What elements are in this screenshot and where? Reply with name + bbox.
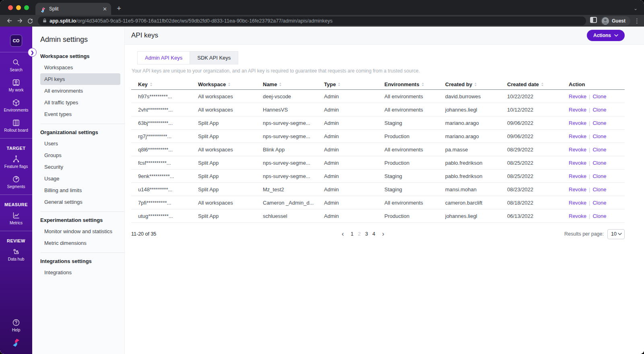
nav-section-header-experimentation-settings: Experimentation settings	[40, 217, 120, 223]
table-cell: Admin	[324, 133, 384, 139]
revoke-link[interactable]: Revoke	[569, 147, 586, 153]
nav-item-metric-dimensions[interactable]: Metric dimensions	[40, 237, 120, 249]
clone-link[interactable]: Clone	[592, 173, 606, 179]
table-row: u148*********...Split AppMz_test2AdminSt…	[131, 183, 625, 196]
page-number-1[interactable]: 1	[351, 231, 353, 237]
column-header-created-by[interactable]: Created by	[445, 81, 507, 87]
url-bar[interactable]: app.split.io/org/4d3405a0-9ca5-11e5-9706…	[38, 17, 586, 25]
revoke-link[interactable]: Revoke	[569, 133, 586, 139]
clone-link[interactable]: Clone	[592, 133, 606, 139]
revoke-link[interactable]: Revoke	[569, 173, 586, 179]
close-window-button[interactable]	[8, 5, 13, 10]
sidebar-item-feature-flags[interactable]: Feature flags	[0, 152, 32, 172]
nav-item-all-traffic-types[interactable]: All traffic types	[40, 97, 120, 108]
clone-link[interactable]: Clone	[592, 120, 606, 126]
page-number-4[interactable]: 4	[372, 231, 375, 237]
page-number-3[interactable]: 3	[365, 231, 368, 237]
column-header-created-date[interactable]: Created date	[507, 81, 569, 87]
clone-link[interactable]: Clone	[592, 107, 606, 113]
tab-sdk-api-keys[interactable]: SDK API Keys	[190, 51, 238, 64]
clone-link[interactable]: Clone	[592, 160, 606, 166]
nav-item-integrations[interactable]: Integrations	[40, 267, 120, 278]
sort-icon[interactable]	[474, 82, 477, 87]
zoom-window-button[interactable]	[24, 5, 29, 10]
browser-tab[interactable]: Split ✕	[35, 3, 111, 15]
table-cell: All workspaces	[198, 147, 263, 153]
nav-item-monitor-window-and-statistics[interactable]: Monitor window and statistics	[40, 226, 120, 237]
sort-icon[interactable]	[279, 82, 282, 87]
results-per-page-select[interactable]: 10	[607, 229, 625, 239]
workspace-badge[interactable]: CO	[10, 35, 22, 47]
nav-item-usage[interactable]: Usage	[40, 173, 120, 184]
clone-link[interactable]: Clone	[592, 93, 606, 99]
nav-item-groups[interactable]: Groups	[40, 149, 120, 161]
page-title: API keys	[131, 31, 158, 39]
clone-link[interactable]: Clone	[592, 213, 606, 219]
actions-button[interactable]: Actions	[587, 30, 625, 41]
clone-link[interactable]: Clone	[592, 147, 606, 153]
minimize-window-button[interactable]	[16, 5, 21, 10]
previous-page-button[interactable]: ‹	[340, 231, 345, 237]
pagination: 11-20 of 35 ‹ 1234 › Results per page: 1…	[131, 228, 625, 240]
nav-item-billing-and-limits[interactable]: Billing and limits	[40, 184, 120, 196]
table-cell: johannes.liegl	[445, 107, 507, 113]
reload-button[interactable]	[25, 18, 35, 24]
sidebar-item-environments[interactable]: Environments	[0, 95, 32, 116]
clone-link[interactable]: Clone	[592, 200, 606, 206]
new-tab-button[interactable]: +	[117, 4, 121, 13]
column-header-environments[interactable]: Environments	[384, 81, 445, 87]
revoke-link[interactable]: Revoke	[569, 93, 586, 99]
tab-close-icon[interactable]: ✕	[103, 6, 107, 12]
side-panel-icon[interactable]	[590, 17, 597, 25]
profile-button[interactable]: Guest	[601, 16, 630, 26]
sidebar-item-metrics[interactable]: Metrics	[0, 208, 32, 228]
column-header-workspace[interactable]: Workspace	[198, 81, 263, 87]
sort-icon[interactable]	[338, 82, 341, 87]
sidebar-item-segments[interactable]: Segments	[0, 172, 32, 192]
sidebar-item-help[interactable]: Help	[12, 315, 21, 335]
table-cell: Mz_test2	[263, 186, 324, 193]
action-separator: |	[589, 107, 590, 113]
sidebar-item-my-work[interactable]: My work	[0, 75, 32, 95]
results-per-page: Results per page: 10	[564, 229, 625, 239]
revoke-link[interactable]: Revoke	[569, 200, 586, 206]
revoke-link[interactable]: Revoke	[569, 213, 586, 219]
tab-search-chevron-icon[interactable]: ⌄	[634, 6, 638, 11]
column-header-type[interactable]: Type	[324, 81, 384, 87]
revoke-link[interactable]: Revoke	[569, 107, 586, 113]
sort-icon[interactable]	[421, 82, 424, 87]
revoke-link[interactable]: Revoke	[569, 160, 586, 166]
browser-menu-icon[interactable]: ⋮	[634, 17, 640, 25]
nav-item-general-settings[interactable]: General settings	[40, 196, 120, 208]
table-cell: Admin	[324, 120, 384, 126]
nav-item-workspaces[interactable]: Workspaces	[40, 62, 120, 73]
revoke-link[interactable]: Revoke	[569, 186, 586, 193]
sidebar-expand-button[interactable]: ❯	[28, 48, 37, 57]
action-separator: |	[589, 93, 590, 99]
nav-item-all-environments[interactable]: All environments	[40, 85, 120, 97]
nav-item-api-keys[interactable]: API keys	[40, 73, 120, 85]
tab-title: Split	[49, 6, 99, 12]
clone-link[interactable]: Clone	[592, 186, 606, 193]
nav-item-security[interactable]: Security	[40, 161, 120, 173]
sidebar-item-search[interactable]: Search	[0, 55, 32, 75]
revoke-link[interactable]: Revoke	[569, 120, 586, 126]
table-cell: All workspaces	[198, 93, 263, 99]
sort-icon[interactable]	[150, 82, 153, 87]
nav-item-event-types[interactable]: Event types	[40, 108, 120, 120]
back-button[interactable]	[4, 17, 14, 24]
column-header-key[interactable]: Key	[138, 81, 198, 87]
table-row: rg7j**********...Split Appnps-survey-seg…	[131, 130, 625, 143]
tab-admin-api-keys[interactable]: Admin API Keys	[137, 51, 190, 64]
table-cell: Production	[384, 133, 445, 139]
column-header-name[interactable]: Name	[263, 81, 324, 87]
sort-icon[interactable]	[541, 82, 544, 87]
table-cell: Admin	[324, 173, 384, 179]
nav-item-users[interactable]: Users	[40, 138, 120, 149]
sidebar-item-data-hub[interactable]: Data hub	[0, 244, 32, 265]
sort-icon[interactable]	[228, 82, 231, 87]
sidebar-section-header-review: REVIEW	[0, 234, 32, 244]
forward-button[interactable]	[14, 17, 25, 24]
next-page-button[interactable]: ›	[380, 231, 386, 237]
sidebar-item-rollout-board[interactable]: Rollout board	[0, 116, 32, 136]
